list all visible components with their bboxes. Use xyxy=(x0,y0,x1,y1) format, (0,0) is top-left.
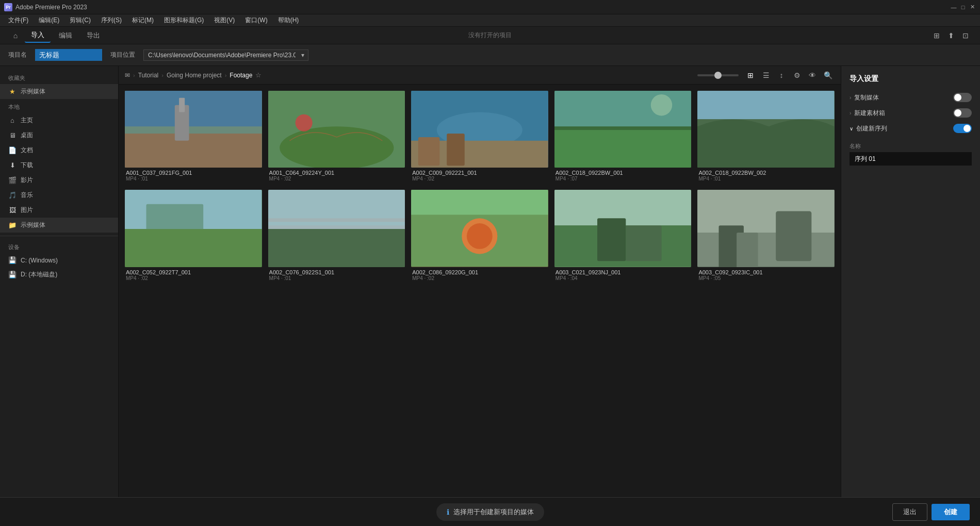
sidebar-starred-media-label: 示例媒体 xyxy=(21,87,45,96)
copy-media-toggle[interactable] xyxy=(953,93,972,102)
media-info: A001_C064_09224Y_001 MP4 · :02 xyxy=(268,168,405,184)
menu-graphics[interactable]: 图形和标题(G) xyxy=(160,15,208,26)
project-location-select[interactable]: C:\Users\lenovo\Documents\Adobe\Premiere… xyxy=(143,50,308,61)
sidebar-local-label: 本地 xyxy=(0,99,118,113)
media-meta: MP4 · :02 xyxy=(412,176,547,182)
sequence-name-input[interactable] xyxy=(850,152,972,166)
sidebar-item-desktop[interactable]: 🖥 桌面 xyxy=(0,128,118,143)
cancel-button[interactable]: 退出 xyxy=(892,503,927,521)
menu-edit[interactable]: 编辑(E) xyxy=(35,15,63,26)
create-sequence-toggle[interactable] xyxy=(953,124,972,133)
breadcrumb-tutorial[interactable]: Tutorial xyxy=(138,72,159,79)
list-item[interactable]: A002_C052_0922T7_001 MP4 · :02 xyxy=(125,190,262,283)
thumbnail-size-slider[interactable] xyxy=(697,74,739,76)
no-project-text: 没有打开的项目 xyxy=(468,31,512,40)
sidebar-downloads-label: 下载 xyxy=(21,161,33,170)
media-name: A003_C021_0923NJ_001 xyxy=(556,269,691,275)
home-button[interactable]: ⌂ xyxy=(8,28,23,43)
media-info: A002_C018_0922BW_002 MP4 · :01 xyxy=(697,168,835,184)
nav-import[interactable]: 导入 xyxy=(25,28,51,43)
menu-window[interactable]: 窗口(W) xyxy=(241,15,271,26)
toggle-knob xyxy=(963,125,971,132)
svg-rect-26 xyxy=(268,219,405,222)
nav-export[interactable]: 导出 xyxy=(80,29,106,42)
breadcrumb-star-button[interactable]: ☆ xyxy=(255,71,262,79)
sidebar-item-starred-media[interactable]: ★ 示例媒体 xyxy=(0,84,118,99)
project-location-wrapper: C:\Users\lenovo\Documents\Adobe\Premiere… xyxy=(143,50,308,61)
grid-view-button[interactable]: ⊞ xyxy=(744,69,757,82)
info-icon: ℹ xyxy=(447,508,449,516)
menu-clip[interactable]: 剪辑(C) xyxy=(66,15,95,26)
list-item[interactable]: A002_C086_09220G_001 MP4 · :02 xyxy=(411,190,548,283)
create-sequence-row[interactable]: ∨ 创建新序列 xyxy=(841,121,980,136)
media-thumbnail xyxy=(268,190,405,267)
new-bin-label: 新建素材箱 xyxy=(854,109,885,118)
sidebar-item-c-drive[interactable]: 💾 C: (Windows) xyxy=(0,253,118,267)
close-button[interactable]: ✕ xyxy=(969,4,976,11)
media-name: A001_C037_0921FG_001 xyxy=(126,170,261,176)
preview-button[interactable]: 👁 xyxy=(806,69,819,82)
list-item[interactable]: A002_C018_0922BW_001 MP4 · :07 xyxy=(554,91,692,184)
list-view-button[interactable]: ☰ xyxy=(759,69,773,82)
bottom-message[interactable]: ℹ 选择用于创建新项目的媒体 xyxy=(436,503,544,521)
menu-sequence[interactable]: 序列(S) xyxy=(97,15,126,26)
title-bar-controls[interactable]: — □ ✕ xyxy=(950,4,976,11)
new-bin-row[interactable]: › 新建素材箱 xyxy=(841,105,980,121)
list-item[interactable]: A002_C076_0922S1_001 MP4 · :01 xyxy=(268,190,405,283)
sidebar-item-documents[interactable]: 📄 文档 xyxy=(0,143,118,158)
media-name: A002_C052_0922T7_001 xyxy=(126,269,261,275)
maximize-button[interactable]: □ xyxy=(959,4,967,11)
upload-icon[interactable]: ⬆ xyxy=(945,29,957,42)
document-icon: 📄 xyxy=(8,146,17,154)
create-button[interactable]: 创建 xyxy=(932,504,970,520)
breadcrumb-root[interactable]: ✉ xyxy=(125,72,130,79)
view-grid-icon[interactable]: ⊞ xyxy=(930,29,943,42)
search-button[interactable]: 🔍 xyxy=(821,69,835,82)
nav-edit[interactable]: 编辑 xyxy=(53,29,78,42)
media-info: A003_C092_0923IC_001 MP4 · :05 xyxy=(697,267,835,283)
sidebar-item-downloads[interactable]: ⬇ 下载 xyxy=(0,158,118,173)
project-name-label: 项目名 xyxy=(8,51,27,59)
toggle-knob xyxy=(954,109,961,117)
list-item[interactable]: A003_C021_0923NJ_001 MP4 · :04 xyxy=(554,190,692,283)
slider-handle[interactable] xyxy=(714,72,722,79)
copy-media-label-wrapper: › 复制媒体 xyxy=(850,93,879,102)
minimize-button[interactable]: — xyxy=(950,4,957,11)
sidebar-item-home[interactable]: ⌂ 主页 xyxy=(0,113,118,128)
copy-media-row[interactable]: › 复制媒体 xyxy=(841,90,980,105)
toggle-knob xyxy=(954,94,961,101)
list-item[interactable]: A002_C009_092221_001 MP4 · :02 xyxy=(411,91,548,184)
new-bin-label-wrapper: › 新建素材箱 xyxy=(850,109,885,118)
list-item[interactable]: A002_C018_0922BW_002 MP4 · :01 xyxy=(697,91,835,184)
breadcrumb-going-home[interactable]: Going Home project xyxy=(167,72,222,79)
sidebar-item-d-drive[interactable]: 💾 D: (本地磁盘) xyxy=(0,267,118,282)
media-thumbnail xyxy=(697,91,835,168)
sidebar-item-music[interactable]: 🎵 音乐 xyxy=(0,188,118,203)
menu-marker[interactable]: 标记(M) xyxy=(128,15,158,26)
svg-point-15 xyxy=(651,94,672,116)
menu-view[interactable]: 视图(V) xyxy=(210,15,239,26)
fullscreen-icon[interactable]: ⊡ xyxy=(959,29,972,42)
menu-file[interactable]: 文件(F) xyxy=(4,15,32,26)
media-meta: MP4 · :05 xyxy=(698,275,834,281)
app-icon: Pr xyxy=(4,3,12,11)
star-icon: ★ xyxy=(8,88,17,95)
breadcrumb-footage[interactable]: Footage xyxy=(230,72,252,79)
svg-rect-27 xyxy=(268,226,405,229)
list-item[interactable]: A001_C037_0921FG_001 MP4 · :01 xyxy=(125,91,262,184)
project-name-input[interactable] xyxy=(35,49,102,61)
list-item[interactable]: A003_C092_0923IC_001 MP4 · :05 xyxy=(697,190,835,283)
media-meta: MP4 · :02 xyxy=(126,275,261,281)
svg-rect-2 xyxy=(125,91,262,126)
sidebar-item-pictures[interactable]: 🖼 图片 xyxy=(0,203,118,218)
list-item[interactable]: A001_C064_09224Y_001 MP4 · :02 xyxy=(268,91,405,184)
filter-button[interactable]: ⚙ xyxy=(790,69,804,82)
svg-rect-25 xyxy=(268,190,405,229)
sort-button[interactable]: ↕ xyxy=(775,69,788,82)
new-bin-toggle[interactable] xyxy=(953,108,972,118)
menu-help[interactable]: 帮助(H) xyxy=(274,15,303,26)
sidebar-item-movies[interactable]: 🎬 影片 xyxy=(0,173,118,188)
sidebar: 收藏夹 ★ 示例媒体 本地 ⌂ 主页 🖥 桌面 📄 文档 ⬇ 下载 🎬 影片 🎵… xyxy=(0,66,119,497)
media-name: A002_C076_0922S1_001 xyxy=(269,269,404,275)
sidebar-item-sample-media[interactable]: 📁 示例媒体 xyxy=(0,218,118,233)
